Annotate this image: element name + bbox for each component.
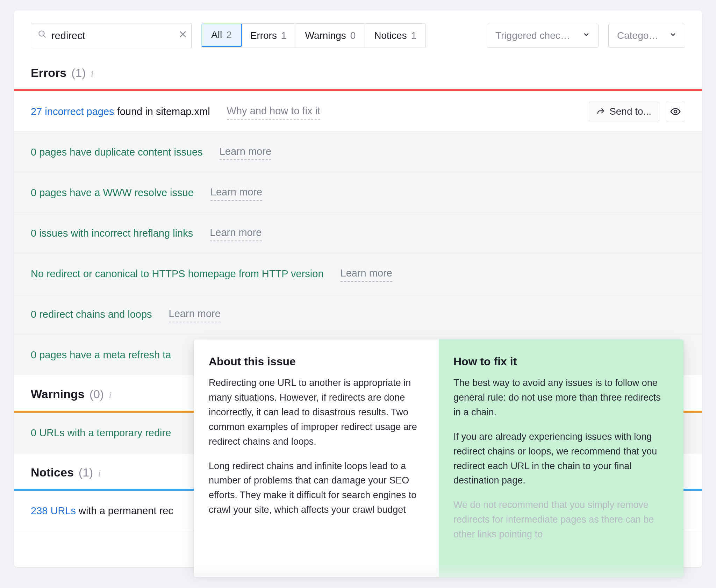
tab-warnings[interactable]: Warnings 0 — [296, 24, 365, 48]
clear-icon[interactable] — [179, 29, 187, 42]
issue-text: 0 issues with incorrect hreflang links — [31, 226, 193, 241]
send-to-label: Send to... — [609, 106, 651, 117]
tab-label: Warnings — [305, 29, 346, 43]
fix-paragraph: We do not recommend that you simply remo… — [453, 498, 669, 542]
learn-more-link[interactable]: Learn more — [210, 225, 262, 241]
issue-row[interactable]: 0 redirect chains and loops Learn more — [14, 294, 702, 335]
chevron-down-icon — [583, 30, 590, 41]
visibility-toggle[interactable] — [666, 102, 685, 121]
fix-paragraph: If you are already experiencing issues w… — [453, 430, 669, 488]
fix-title: How to fix it — [453, 353, 669, 370]
tab-count: 1 — [411, 29, 417, 43]
issue-text: 0 URLs with a temporary redire — [31, 425, 171, 440]
issue-row[interactable]: 0 issues with incorrect hreflang links L… — [14, 213, 702, 253]
tab-all[interactable]: All 2 — [201, 23, 242, 47]
tab-label: Notices — [374, 29, 407, 43]
dropdown-label: Catego… — [617, 29, 663, 43]
chevron-down-icon — [670, 30, 676, 41]
issue-row[interactable]: 0 pages have a WWW resolve issue Learn m… — [14, 172, 702, 213]
section-name: Notices — [31, 464, 74, 481]
tab-label: All — [211, 28, 222, 42]
dropdown-label: Triggered chec… — [495, 29, 575, 43]
dropdown-category[interactable]: Catego… — [608, 24, 685, 48]
info-icon[interactable]: i — [91, 67, 94, 81]
svg-point-4 — [674, 110, 677, 113]
fix-column: How to fix it The best way to avoid any … — [439, 339, 683, 577]
section-name: Errors — [31, 64, 66, 81]
issue-link[interactable]: 238 URLs — [31, 505, 76, 516]
errors-heading: Errors (1) i — [14, 64, 702, 89]
section-count: (0) — [90, 386, 104, 403]
issue-row[interactable]: 27 incorrect pages found in sitemap.xml … — [14, 91, 702, 132]
tab-label: Errors — [250, 29, 277, 43]
why-and-how-link[interactable]: Why and how to fix it — [227, 103, 321, 120]
issue-text: No redirect or canonical to HTTPS homepa… — [31, 266, 324, 281]
learn-more-link[interactable]: Learn more — [169, 306, 221, 322]
about-paragraph: Redirecting one URL to another is approp… — [209, 376, 424, 449]
search-icon — [37, 29, 46, 42]
issue-text: 238 URLs with a permanent rec — [31, 503, 173, 518]
issue-link[interactable]: 27 incorrect pages — [31, 106, 114, 117]
issue-text: 27 incorrect pages found in sitemap.xml — [31, 104, 210, 119]
learn-more-link[interactable]: Learn more — [341, 266, 392, 282]
info-icon[interactable]: i — [98, 466, 101, 481]
fix-paragraph: The best way to avoid any issues is to f… — [453, 376, 669, 420]
svg-line-1 — [44, 36, 45, 37]
section-count: (1) — [79, 464, 93, 481]
learn-more-link[interactable]: Learn more — [220, 144, 271, 160]
tab-notices[interactable]: Notices 1 — [365, 24, 425, 48]
search-input[interactable] — [51, 30, 179, 42]
info-icon[interactable]: i — [109, 388, 112, 402]
search-box[interactable] — [31, 23, 192, 48]
tab-errors[interactable]: Errors 1 — [241, 24, 296, 48]
issue-text: 0 redirect chains and loops — [31, 307, 152, 322]
filter-tabs: All 2 Errors 1 Warnings 0 Notices 1 — [201, 23, 426, 48]
section-name: Warnings — [31, 386, 85, 403]
issue-text: 0 pages have duplicate content issues — [31, 145, 203, 159]
issue-row[interactable]: No redirect or canonical to HTTPS homepa… — [14, 253, 702, 294]
issue-text: 0 pages have a meta refresh ta — [31, 347, 171, 362]
send-to-button[interactable]: Send to... — [589, 102, 659, 121]
eye-icon — [670, 106, 681, 117]
share-arrow-icon — [597, 107, 605, 116]
issue-row[interactable]: 0 pages have duplicate content issues Le… — [14, 132, 702, 172]
issue-text: 0 pages have a WWW resolve issue — [31, 185, 194, 200]
toolbar: All 2 Errors 1 Warnings 0 Notices 1 — [14, 10, 702, 64]
about-title: About this issue — [209, 353, 424, 370]
tab-count: 1 — [281, 29, 287, 43]
about-paragraph: Long redirect chains and infinite loops … — [209, 459, 424, 517]
section-count: (1) — [71, 64, 86, 81]
tab-count: 0 — [350, 29, 356, 43]
tab-count: 2 — [226, 28, 232, 42]
issue-tooltip: About this issue Redirecting one URL to … — [194, 339, 683, 577]
dropdown-triggered[interactable]: Triggered chec… — [487, 24, 599, 48]
learn-more-link[interactable]: Learn more — [210, 185, 262, 201]
about-column: About this issue Redirecting one URL to … — [194, 339, 439, 577]
